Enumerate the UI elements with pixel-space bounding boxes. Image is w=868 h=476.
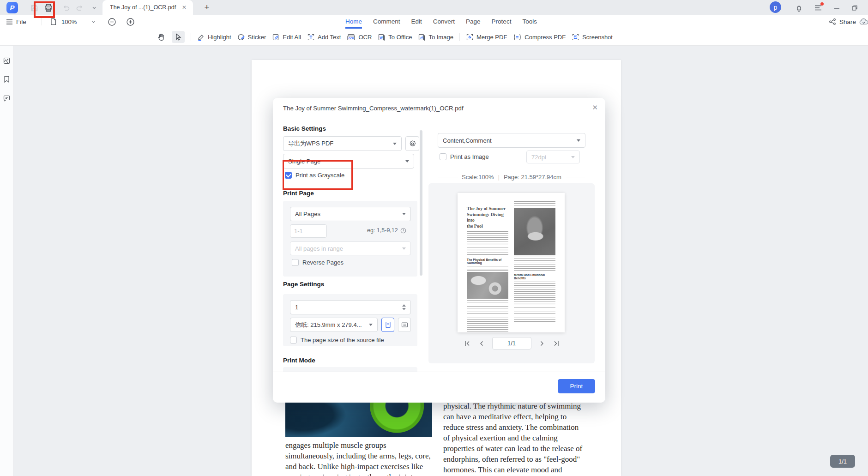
- document-tab[interactable]: The Joy of ...(1)_OCR.pdf ✕: [102, 0, 193, 15]
- chevron-down-icon: [402, 213, 406, 215]
- document-text-line: can have a meditative effect, helping to: [443, 411, 600, 422]
- copies-value: 1: [295, 304, 298, 311]
- print-content-select[interactable]: Content,Comment: [438, 133, 585, 148]
- minimize-button[interactable]: [832, 3, 841, 12]
- thumbnails-panel-icon[interactable]: [3, 57, 11, 65]
- dialog-title: The Joy of Summer Swimming_Compress_wate…: [283, 105, 464, 112]
- history-dropdown-icon[interactable]: [90, 3, 99, 12]
- reverse-pages-checkbox[interactable]: [292, 259, 299, 266]
- comments-panel-icon[interactable]: [3, 94, 11, 102]
- highlight-label: Highlight: [208, 34, 231, 41]
- app-logo-icon[interactable]: P: [6, 2, 18, 13]
- stepper-up-icon[interactable]: [402, 304, 406, 307]
- highlight-button[interactable]: Highlight: [197, 33, 231, 41]
- stepper-down-icon[interactable]: [402, 308, 406, 310]
- add-text-button[interactable]: Add Text: [307, 33, 341, 41]
- zoom-level-value[interactable]: 100%: [61, 18, 77, 25]
- annotation-rectangle-print-icon: [34, 1, 55, 18]
- print-as-image-label: Print as Image: [450, 153, 489, 160]
- select-tool[interactable]: [172, 31, 185, 43]
- reverse-pages-option[interactable]: Reverse Pages: [292, 259, 344, 266]
- maximize-button[interactable]: [850, 3, 859, 12]
- dpi-select: 72dpi: [526, 151, 580, 163]
- page-subset-value: All pages in range: [295, 245, 343, 252]
- to-office-label: To Office: [388, 34, 412, 41]
- chevron-down-icon: [402, 247, 406, 250]
- tab-edit[interactable]: Edit: [411, 15, 422, 29]
- file-menu[interactable]: File: [6, 15, 26, 29]
- page-indicator-input[interactable]: [492, 337, 531, 349]
- first-page-button[interactable]: [464, 340, 471, 347]
- share-label[interactable]: Share: [839, 18, 856, 25]
- tab-convert[interactable]: Convert: [433, 15, 455, 29]
- print-button[interactable]: Print: [558, 379, 595, 393]
- printer-select[interactable]: 导出为WPS PDF: [283, 136, 402, 151]
- custom-range-input[interactable]: [290, 224, 327, 238]
- range-hint: eg: 1,5-9,12: [367, 227, 406, 234]
- share-icon[interactable]: [829, 18, 836, 25]
- landscape-orientation-button[interactable]: [398, 318, 411, 332]
- next-page-button[interactable]: [538, 340, 546, 347]
- copies-stepper[interactable]: 1: [290, 300, 411, 314]
- preview-text-block: [467, 231, 508, 256]
- edit-all-label: Edit All: [283, 34, 301, 41]
- cursor-icon: [174, 33, 182, 41]
- tab-home[interactable]: Home: [345, 15, 362, 29]
- redo-icon[interactable]: [75, 3, 84, 12]
- dialog-scrollbar[interactable]: [420, 130, 422, 276]
- page-settings-heading: Page Settings: [283, 281, 324, 288]
- source-page-size-option[interactable]: The page size of the source file: [290, 337, 384, 343]
- sticker-button[interactable]: Sticker: [237, 33, 266, 41]
- merge-pdf-button[interactable]: Merge PDF: [466, 33, 507, 41]
- tab-close-icon[interactable]: ✕: [180, 3, 188, 12]
- print-page-heading: Print Page: [283, 190, 314, 197]
- previous-page-button[interactable]: [478, 340, 485, 347]
- new-tab-button[interactable]: +: [201, 2, 212, 13]
- zoom-dropdown-icon[interactable]: [91, 20, 96, 24]
- notification-bell-icon[interactable]: [794, 3, 803, 12]
- paper-size-select[interactable]: 信纸: 215.9mm x 279.4...: [290, 318, 378, 332]
- printer-properties-button[interactable]: [405, 136, 419, 151]
- source-page-size-checkbox[interactable]: [290, 337, 297, 343]
- compress-pdf-button[interactable]: Compress PDF: [513, 33, 566, 41]
- page-size-value: Page: 21.59*27.94cm: [504, 174, 561, 181]
- portrait-orientation-button[interactable]: [381, 318, 394, 332]
- tab-tools[interactable]: Tools: [522, 15, 537, 29]
- bookmarks-panel-icon[interactable]: [3, 75, 11, 83]
- print-as-image-checkbox[interactable]: [440, 153, 446, 160]
- divider-line: [566, 177, 585, 177]
- cloud-sync-icon[interactable]: [859, 18, 868, 25]
- last-page-button[interactable]: [553, 340, 560, 347]
- user-avatar[interactable]: p: [770, 1, 781, 13]
- page-range-select[interactable]: All Pages: [290, 207, 411, 221]
- tab-comment[interactable]: Comment: [373, 15, 400, 29]
- dialog-close-button[interactable]: ✕: [592, 103, 598, 112]
- main-menu-icon[interactable]: [814, 3, 823, 12]
- undo-icon[interactable]: [61, 3, 71, 12]
- chevron-down-icon: [577, 139, 580, 142]
- divider-line: [438, 177, 458, 177]
- menubar-separator: [42, 18, 42, 25]
- print-as-image-option[interactable]: Print as Image: [440, 153, 489, 160]
- merge-pdf-label: Merge PDF: [476, 34, 507, 41]
- to-image-label: To Image: [428, 34, 453, 41]
- to-image-button[interactable]: To Image: [418, 33, 453, 41]
- toolbar-separator: [191, 33, 191, 41]
- zoom-in-button[interactable]: [126, 18, 135, 26]
- edit-all-button[interactable]: Edit All: [272, 33, 301, 41]
- preview-swimmer-image: [514, 208, 555, 255]
- page-fit-icon[interactable]: [50, 18, 57, 25]
- page-number-badge: 1/1: [830, 455, 855, 468]
- zoom-out-button[interactable]: [108, 18, 116, 26]
- ocr-button[interactable]: OCR OCR: [347, 33, 372, 41]
- tab-page[interactable]: Page: [466, 15, 481, 29]
- to-office-button[interactable]: W To Office: [378, 33, 412, 41]
- stepper-arrows[interactable]: [402, 304, 406, 310]
- tool-bar: Highlight Sticker Edit All Add Text OCR …: [0, 29, 868, 46]
- document-text-line: simultaneously, including the arms, legs…: [285, 451, 438, 461]
- compress-pdf-label: Compress PDF: [524, 34, 566, 41]
- hand-tool[interactable]: [157, 33, 166, 42]
- dpi-value: 72dpi: [531, 154, 546, 161]
- tab-protect[interactable]: Protect: [492, 15, 512, 29]
- screenshot-button[interactable]: Screenshot: [572, 33, 613, 41]
